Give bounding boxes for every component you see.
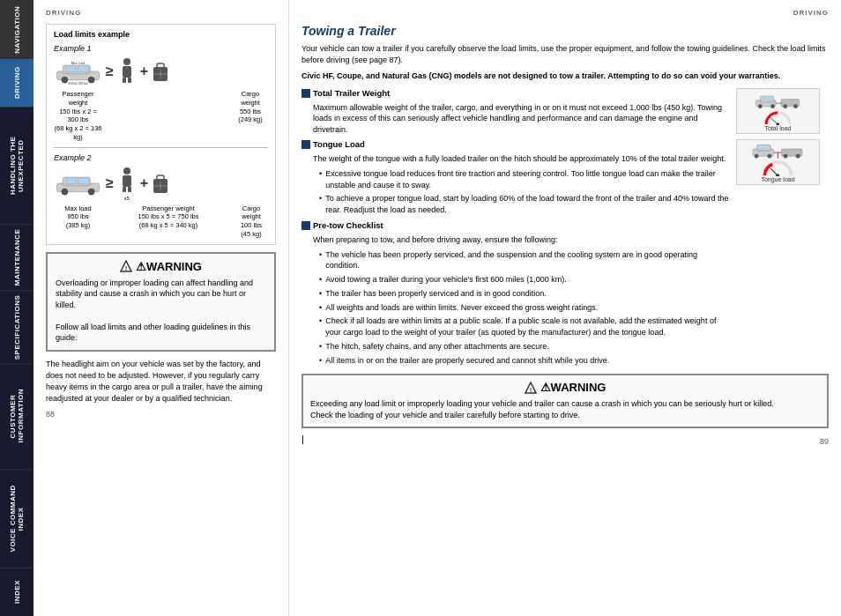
- svg-rect-23: [123, 175, 131, 187]
- svg-rect-5: [78, 66, 89, 72]
- warning-text-right: Exceeding any load limit or improperly l…: [310, 398, 820, 420]
- tongue-load-illustration: [739, 142, 818, 160]
- pretow-bullet-7: •All items in or on the trailer are prop…: [319, 355, 731, 367]
- section-title: Towing a Trailer: [301, 24, 829, 38]
- tongue-load-body: The weight of the tongue with a fully lo…: [313, 153, 731, 165]
- svg-point-3: [88, 77, 94, 83]
- bag-icon-1: [152, 60, 169, 83]
- pretow-bullet-4: •All weights and loads are within limits…: [319, 302, 731, 314]
- svg-point-41: [793, 104, 798, 108]
- warning-box-left: ! ⚠WARNING Overloading or improper loadi…: [46, 252, 276, 353]
- svg-rect-48: [758, 145, 763, 149]
- pretow-bullet-2: •Avoid towing a trailer during your vehi…: [319, 274, 731, 286]
- right-text-column: Total Trailer Weight Maximum allowable w…: [301, 88, 731, 369]
- example2-row: ≥ x5 +: [54, 166, 268, 201]
- car-icon-2: [54, 170, 102, 197]
- svg-text:950 lbs (385 kg): 950 lbs (385 kg): [68, 82, 87, 85]
- sidebar: NAVIGATION DRIVING HANDLING THE UNEXPECT…: [0, 0, 33, 616]
- svg-rect-24: [123, 187, 126, 192]
- sidebar-item-handling[interactable]: HANDLING THE UNEXPECTED: [0, 107, 33, 224]
- svg-point-22: [123, 167, 130, 174]
- person-icon-1: [117, 56, 137, 85]
- warning-title-left: ! ⚠WARNING: [56, 260, 266, 273]
- total-trailer-title: Total Trailer Weight: [313, 88, 390, 98]
- svg-rect-21: [78, 177, 89, 183]
- svg-point-2: [62, 77, 68, 83]
- total-trailer-subsection: Total Trailer Weight: [301, 88, 731, 98]
- svg-rect-36: [761, 96, 765, 100]
- blue-square-2: [301, 140, 310, 149]
- gauges-column: Total load: [736, 88, 829, 369]
- tongue-bullet-2: • To achieve a proper tongue load, start…: [319, 193, 731, 216]
- svg-point-46: [754, 153, 758, 158]
- svg-rect-37: [766, 96, 771, 100]
- svg-point-53: [795, 153, 800, 158]
- gauge-total-load: Total load: [736, 88, 820, 134]
- svg-rect-4: [66, 66, 76, 72]
- pretow-subsection: Pre-tow Checklist: [301, 220, 731, 230]
- gauge-speedometer-1: [754, 110, 802, 125]
- gte-symbol-1: ≥: [106, 63, 114, 79]
- sidebar-item-maintenance[interactable]: MAINTENANCE: [0, 224, 33, 290]
- load-limits-box: Load limits example Example 1 Max load 9…: [46, 24, 276, 245]
- svg-point-35: [770, 104, 775, 108]
- left-page-number: 88: [46, 410, 276, 419]
- svg-point-19: [88, 189, 94, 195]
- warning-text-left: Overloading or improper loading can affe…: [56, 278, 266, 345]
- svg-rect-11: [128, 78, 131, 83]
- left-page: DRIVING Load limits example Example 1 Ma…: [33, 0, 289, 616]
- right-page-header: DRIVING: [301, 9, 829, 17]
- svg-point-18: [62, 189, 68, 195]
- gauge-tongue-load: Tongue load: [736, 139, 820, 185]
- left-page-header: DRIVING: [46, 9, 276, 17]
- gauge1-label: Total load: [765, 125, 792, 131]
- pretow-title: Pre-tow Checklist: [313, 220, 383, 230]
- example1-label: Example 1: [54, 44, 268, 53]
- svg-point-52: [783, 153, 787, 158]
- gauge-speedometer-2: [754, 160, 802, 176]
- warning-triangle-left: !: [120, 260, 132, 272]
- main-content: DRIVING Load limits example Example 1 Ma…: [33, 0, 841, 616]
- total-load-illustration: [739, 91, 818, 110]
- tongue-load-title: Tongue Load: [313, 139, 365, 149]
- car-icon-1: Max load 950 lbs (385 kg): [54, 58, 102, 85]
- svg-point-34: [757, 104, 762, 108]
- example1-row: Max load 950 lbs (385 kg) ≥ +: [54, 56, 268, 86]
- section-intro: Your vehicle can tow a trailer if you ca…: [301, 43, 829, 66]
- svg-text:!: !: [529, 385, 532, 393]
- warning-title-right: ! ⚠WARNING: [310, 381, 820, 394]
- svg-rect-20: [66, 177, 76, 183]
- warning-triangle-right: !: [525, 382, 537, 394]
- civic-warning: Civic HF, Coupe, and Natural Gas (CNG) m…: [301, 71, 829, 82]
- sidebar-item-voice[interactable]: VOICE COMMAND INDEX: [0, 469, 33, 568]
- pretow-intro: When preparing to tow, and before drivin…: [313, 234, 731, 246]
- blue-square-1: [301, 89, 310, 98]
- svg-point-47: [767, 153, 771, 158]
- svg-rect-25: [128, 187, 131, 192]
- svg-rect-49: [763, 145, 769, 149]
- svg-rect-9: [123, 66, 131, 78]
- left-body-text: The headlight aim on your vehicle was se…: [46, 359, 276, 404]
- right-page-number: 89: [820, 437, 829, 446]
- right-page: DRIVING Towing a Trailer Your vehicle ca…: [289, 0, 841, 616]
- sidebar-item-specifications[interactable]: SPECIFICATIONS: [0, 290, 33, 363]
- right-page-footer: | 89: [301, 434, 829, 446]
- sidebar-item-index[interactable]: INDEX: [0, 568, 33, 616]
- pretow-bullet-5: •Check if all loads are within limits at…: [319, 315, 731, 338]
- svg-rect-10: [123, 78, 126, 83]
- plus-symbol-1: +: [140, 63, 148, 79]
- content-columns: Total Trailer Weight Maximum allowable w…: [301, 88, 829, 369]
- pretow-bullet-3: •The trailer has been properly serviced …: [319, 288, 731, 300]
- person-icon-2: [117, 166, 137, 194]
- sidebar-item-customer[interactable]: CUSTOMER INFORMATION: [0, 363, 33, 468]
- total-trailer-body: Maximum allowable weight of the trailer,…: [313, 102, 731, 136]
- sidebar-item-nav[interactable]: NAVIGATION: [0, 0, 33, 58]
- load-limits-title: Load limits example: [54, 30, 268, 39]
- gte-symbol-2: ≥: [106, 175, 114, 191]
- plus-symbol-2: +: [140, 175, 148, 191]
- pretow-bullet-6: •The hitch, safety chains, and any other…: [319, 341, 731, 353]
- sidebar-item-driving[interactable]: DRIVING: [0, 58, 33, 107]
- warning-box-right: ! ⚠WARNING Exceeding any load limit or i…: [301, 374, 829, 427]
- bag-icon-2: [152, 172, 169, 195]
- svg-point-8: [123, 58, 130, 65]
